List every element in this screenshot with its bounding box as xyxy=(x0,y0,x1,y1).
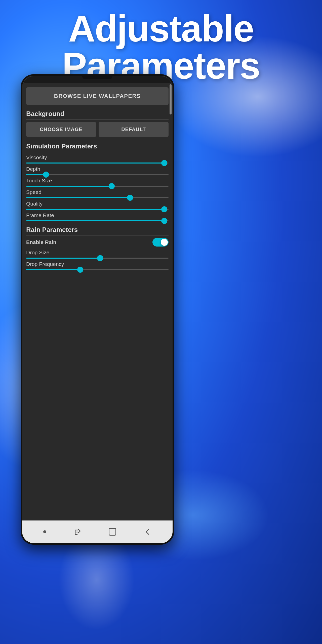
phone-screen: BROWSE LIVE WALLPAPERS Background CHOOSE… xyxy=(22,83,173,524)
rain-section-title: Rain Parameters xyxy=(26,226,169,235)
speed-slider[interactable] xyxy=(26,197,169,198)
simulation-section-title: Simulation Parameters xyxy=(26,142,169,152)
nav-dot-icon xyxy=(43,530,46,533)
choose-image-button[interactable]: CHOOSE IMAGE xyxy=(26,122,96,137)
depth-label: Depth xyxy=(26,166,169,172)
touch-size-thumb[interactable] xyxy=(109,183,115,189)
headline-line1: Adjustable xyxy=(0,10,322,47)
speed-fill xyxy=(26,197,130,198)
drop-frequency-fill xyxy=(26,269,80,270)
quality-thumb[interactable] xyxy=(161,206,167,212)
background-section-title: Background xyxy=(26,110,169,119)
drop-frequency-thumb[interactable] xyxy=(77,267,83,273)
toggle-knob xyxy=(161,239,168,246)
frame-rate-slider[interactable] xyxy=(26,220,169,221)
nav-back-button[interactable] xyxy=(143,528,152,536)
depth-slider[interactable] xyxy=(26,174,169,175)
quality-fill xyxy=(26,209,164,210)
frame-rate-thumb[interactable] xyxy=(161,218,167,224)
nav-home-button[interactable] xyxy=(43,530,46,533)
frame-rate-fill xyxy=(26,220,164,221)
enable-rain-row: Enable Rain xyxy=(26,238,169,247)
drop-size-slider[interactable] xyxy=(26,258,169,259)
rain-parameters-section: Rain Parameters Enable Rain Drop Size Dr… xyxy=(26,226,169,270)
touch-size-label: Touch Size xyxy=(26,178,169,184)
browse-live-wallpapers-button[interactable]: BROWSE LIVE WALLPAPERS xyxy=(26,87,169,105)
depth-thumb[interactable] xyxy=(43,172,49,178)
drop-size-thumb[interactable] xyxy=(97,255,103,261)
default-button[interactable]: DEFAULT xyxy=(99,122,169,137)
drop-size-label: Drop Size xyxy=(26,250,169,256)
back-arrow-icon xyxy=(143,528,152,536)
quality-slider[interactable] xyxy=(26,209,169,210)
scrollbar-track xyxy=(170,83,172,524)
nav-square-icon xyxy=(109,528,116,536)
viscosity-slider[interactable] xyxy=(26,163,169,164)
background-section: Background CHOOSE IMAGE DEFAULT xyxy=(26,110,169,137)
viscosity-thumb[interactable] xyxy=(161,160,167,166)
touch-size-slider[interactable] xyxy=(26,186,169,187)
scrollbar-thumb[interactable] xyxy=(170,84,172,114)
headline: Adjustable Parameters xyxy=(0,10,322,85)
forward-icon xyxy=(73,528,82,536)
enable-rain-label: Enable Rain xyxy=(26,239,56,245)
drop-frequency-slider[interactable] xyxy=(26,269,169,270)
nav-recents-button[interactable] xyxy=(73,528,82,536)
drop-size-fill xyxy=(26,258,100,259)
touch-size-fill xyxy=(26,186,112,187)
viscosity-fill xyxy=(26,163,164,164)
quality-label: Quality xyxy=(26,201,169,207)
phone-nav-bar xyxy=(22,520,173,543)
drop-frequency-label: Drop Frequency xyxy=(26,261,169,267)
viscosity-label: Viscosity xyxy=(26,154,169,160)
speed-label: Speed xyxy=(26,189,169,195)
simulation-parameters-section: Simulation Parameters Viscosity Depth To… xyxy=(26,142,169,221)
nav-square-button[interactable] xyxy=(109,528,116,536)
enable-rain-toggle[interactable] xyxy=(152,238,169,247)
background-buttons: CHOOSE IMAGE DEFAULT xyxy=(26,122,169,137)
phone-notch xyxy=(82,76,112,79)
speed-thumb[interactable] xyxy=(127,195,133,201)
phone-frame: BROWSE LIVE WALLPAPERS Background CHOOSE… xyxy=(21,74,174,545)
frame-rate-label: Frame Rate xyxy=(26,212,169,218)
